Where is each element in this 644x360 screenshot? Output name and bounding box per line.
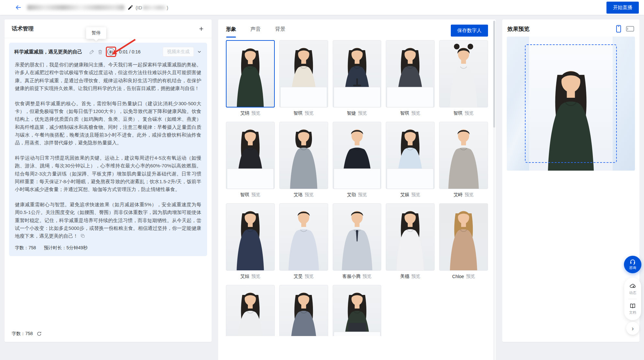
avatar-name: 智琪 — [240, 192, 249, 198]
avatar-preview-link[interactable]: 预览 — [411, 110, 420, 116]
avatar-card-智琪[interactable]: 智琪 预览 — [226, 122, 275, 197]
avatar-image[interactable] — [333, 285, 382, 336]
avatar-card-智琪[interactable]: 智琪 预览 — [279, 40, 328, 116]
script-panel-header: 话术管理 — [5, 19, 212, 38]
avatar-label: 智琪 预览 — [279, 110, 328, 116]
avatar-image[interactable] — [386, 203, 435, 271]
tab-2[interactable]: 声音 — [250, 26, 261, 38]
avatar-card-智婕[interactable]: 智婕 预览 — [333, 40, 382, 116]
avatar-image[interactable] — [333, 122, 382, 189]
avatar-card-row4-17[interactable]: 预览 — [279, 285, 328, 336]
avatar-image[interactable] — [333, 203, 382, 271]
avatar-card-艾珞[interactable]: 艾珞 预览 — [279, 122, 328, 197]
footer-word-count: 字数：758 — [12, 331, 33, 337]
avatar-card-row4-18[interactable]: 预览 — [333, 285, 382, 336]
avatar-card-智琪[interactable]: 智琪 预览 — [439, 40, 488, 116]
avatar-label: 艾峙 预览 — [439, 192, 488, 197]
avatar-name: 艾旻 — [294, 274, 303, 279]
avatar-preview-link[interactable]: 预览 — [305, 110, 314, 116]
avatar-image[interactable] — [279, 203, 328, 271]
scrollbar-track[interactable] — [493, 21, 495, 360]
avatar-image[interactable] — [226, 285, 275, 336]
avatar-label: 艾劭 预览 — [333, 192, 382, 197]
avatar-name: 艾峙 — [454, 192, 463, 198]
dynamics-button[interactable]: 动态 — [629, 282, 636, 296]
avatar-image[interactable] — [226, 40, 275, 107]
studio-panel: 形象声音背景 保存数字人 艾绡 预览 智琪 预览 智婕 预览 智琪 预览 — [218, 19, 496, 360]
back-button[interactable] — [15, 4, 22, 11]
studio-tabs: 形象声音背景 — [226, 26, 285, 38]
avatar-card-智琪[interactable]: 智琪 预览 — [386, 40, 435, 116]
delete-script-icon[interactable] — [97, 49, 103, 55]
refresh-icon[interactable] — [37, 331, 42, 336]
avatar-image[interactable] — [226, 203, 275, 271]
docs-label: 文档 — [629, 310, 636, 315]
avatar-name: 智琪 — [294, 110, 303, 116]
avatar-image[interactable] — [439, 122, 488, 189]
copy-icon[interactable] — [80, 233, 85, 238]
add-script-button[interactable] — [198, 26, 205, 32]
avatar-card-Chloe[interactable]: Chloe 预览 — [439, 203, 488, 279]
avatar-card-艾劭[interactable]: 艾劭 预览 — [333, 122, 382, 197]
avatar-preview-link[interactable]: 预览 — [358, 110, 367, 116]
avatar-preview-link[interactable]: 预览 — [305, 274, 314, 279]
pause-button[interactable] — [107, 48, 115, 55]
estimated-duration: 预计时长：5分钟49秒 — [44, 245, 87, 251]
avatar-preview-link[interactable]: 预览 — [358, 192, 367, 198]
start-live-button[interactable]: 开始直播 — [606, 2, 639, 14]
avatar-card-艾旻[interactable]: 艾旻 预览 — [279, 203, 328, 279]
script-panel: 话术管理 暂停 科学减重减脂，遇见更美的自己 — [5, 19, 212, 342]
avatar-preview-link[interactable]: 预览 — [251, 192, 260, 198]
docs-icon — [629, 303, 636, 309]
avatar-image[interactable] — [333, 40, 382, 107]
avatar-preview-link[interactable]: 预览 — [251, 274, 260, 279]
device-toggle-group — [616, 25, 634, 33]
avatar-card-美穗[interactable]: 美穗 预览 — [386, 203, 435, 279]
avatar-image[interactable] — [386, 40, 435, 107]
collapse-panel-button[interactable]: › — [626, 322, 639, 335]
avatar-card-艾姮[interactable]: 艾姮 预览 — [226, 203, 275, 279]
avatar-image[interactable] — [439, 40, 488, 107]
preview-crop-region[interactable] — [525, 44, 617, 163]
landscape-view-icon[interactable] — [626, 26, 634, 32]
annotation-highlight-box — [106, 47, 116, 57]
avatar-label: 客服小腾 预览 — [333, 274, 382, 279]
consult-button[interactable]: 咨询 — [624, 256, 641, 273]
effect-preview-stage — [507, 37, 635, 171]
avatar-card-艾峙[interactable]: 艾峙 预览 — [439, 122, 488, 197]
avatar-name: 艾绡 — [240, 110, 249, 116]
script-paragraph: 健康减重需耐心与智慧。避免追求快速效果（如月减超体重5%），安全减重速度为每周0… — [15, 201, 201, 240]
edit-title-icon[interactable] — [128, 5, 133, 10]
chevron-down-icon[interactable] — [197, 49, 202, 54]
avatar-image[interactable] — [279, 40, 328, 107]
avatar-card-艾媖[interactable]: 艾媖 预览 — [386, 122, 435, 197]
portrait-view-icon[interactable] — [616, 25, 621, 33]
avatar-preview-link[interactable]: 预览 — [411, 192, 420, 198]
avatar-image[interactable] — [279, 285, 328, 336]
avatar-image[interactable] — [226, 122, 275, 189]
avatar-preview-link[interactable]: 预览 — [465, 110, 474, 116]
avatar-image[interactable] — [386, 122, 435, 189]
script-text: 亲爱的朋友们，我是你们的健康顾问主播。今天我们将一起探索科学减重减脂的奥秘。许多… — [9, 59, 207, 245]
avatar-card-艾绡[interactable]: 艾绡 预览 — [226, 40, 275, 116]
tab-3[interactable]: 背景 — [275, 26, 285, 38]
avatar-preview-link[interactable]: 预览 — [362, 274, 372, 279]
video-status-badge: 视频未生成 — [163, 47, 194, 57]
avatar-image[interactable] — [439, 203, 488, 271]
avatar-card-客服小腾[interactable]: 客服小腾 预览 — [333, 203, 382, 279]
avatar-preview-link[interactable]: 预览 — [465, 192, 474, 198]
floating-menu: 动态 文档 — [624, 278, 641, 320]
avatar-preview-link[interactable]: 预览 — [411, 274, 420, 279]
avatar-card-row4-16[interactable]: 预览 — [226, 285, 275, 336]
docs-button[interactable]: 文档 — [629, 302, 636, 316]
avatar-image[interactable] — [279, 122, 328, 189]
scrollbar-thumb[interactable] — [493, 21, 495, 128]
avatar-name: Chloe — [452, 274, 464, 279]
avatar-preview-link[interactable]: 预览 — [466, 274, 475, 279]
avatar-preview-link[interactable]: 预览 — [251, 110, 260, 116]
tab-1[interactable]: 形象 — [226, 26, 236, 38]
edit-script-icon[interactable] — [89, 49, 94, 55]
avatar-preview-link[interactable]: 预览 — [305, 192, 314, 198]
save-digital-human-button[interactable]: 保存数字人 — [451, 25, 488, 37]
script-title: 科学减重减脂，遇见更美的自己 — [14, 49, 82, 55]
